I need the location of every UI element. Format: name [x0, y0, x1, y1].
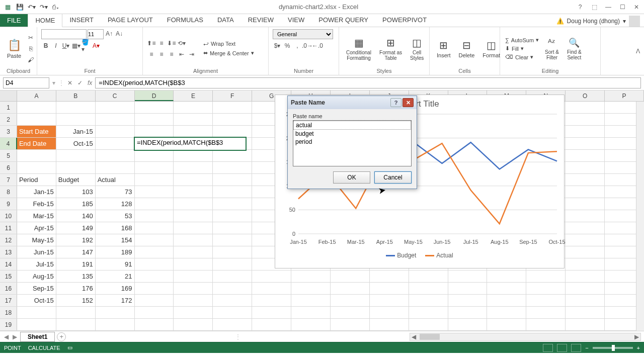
cell[interactable]: [135, 186, 174, 198]
name-list-item[interactable]: budget: [293, 130, 411, 138]
paste-name-list[interactable]: actualbudgetperiod: [293, 120, 412, 166]
cell[interactable]: 176: [56, 283, 96, 294]
cell[interactable]: [291, 319, 331, 330]
cell[interactable]: [252, 270, 291, 282]
cell[interactable]: 128: [96, 198, 135, 210]
cell[interactable]: [566, 162, 605, 173]
cell[interactable]: Jan-15: [56, 126, 96, 137]
cell[interactable]: [174, 283, 213, 294]
cell[interactable]: [448, 270, 488, 282]
cell[interactable]: [213, 150, 252, 161]
merge-center-button[interactable]: ⬌Merge & Center▾: [202, 49, 255, 57]
row-header[interactable]: 7: [0, 174, 17, 186]
cell[interactable]: [135, 258, 174, 270]
ok-button[interactable]: OK: [333, 171, 370, 184]
new-sheet-button[interactable]: +: [57, 332, 66, 341]
cell[interactable]: [96, 102, 135, 113]
collapse-ribbon-icon[interactable]: ᐱ: [632, 48, 644, 55]
maximize-icon[interactable]: ☐: [616, 2, 629, 12]
cell[interactable]: [135, 222, 174, 234]
cell[interactable]: 103: [56, 186, 96, 198]
cell[interactable]: [213, 210, 252, 222]
cell[interactable]: 192: [56, 234, 96, 246]
sort-filter-button[interactable]: ᴬᶻSort & Filter: [542, 36, 562, 61]
cell[interactable]: [174, 307, 213, 318]
cell[interactable]: [174, 126, 213, 137]
help-icon[interactable]: ?: [574, 2, 587, 12]
cell[interactable]: 73: [96, 186, 135, 198]
italic-icon[interactable]: I: [51, 41, 60, 50]
cell[interactable]: [487, 283, 526, 294]
cell[interactable]: [252, 295, 291, 306]
cell[interactable]: [135, 210, 174, 222]
paste-button[interactable]: 📋 Paste: [4, 38, 24, 60]
cell[interactable]: [174, 246, 213, 258]
cell[interactable]: [56, 162, 96, 173]
cell[interactable]: [370, 270, 409, 282]
cell[interactable]: [135, 270, 174, 282]
cell[interactable]: [448, 319, 488, 330]
row-header[interactable]: 13: [0, 246, 17, 258]
cell[interactable]: [291, 307, 331, 318]
fill-color-icon[interactable]: 🪣▾: [82, 41, 91, 50]
align-bottom-icon[interactable]: ⬇≡: [167, 39, 176, 48]
cell[interactable]: [17, 150, 56, 161]
view-pagebreak-icon[interactable]: [571, 344, 581, 352]
underline-icon[interactable]: U▾: [61, 41, 70, 50]
tab-data[interactable]: DATA: [210, 14, 241, 27]
cell[interactable]: [487, 295, 526, 306]
cell[interactable]: 149: [56, 222, 96, 234]
cell[interactable]: [174, 198, 213, 210]
dialog-close-icon[interactable]: ✕: [403, 98, 414, 107]
cell[interactable]: [174, 174, 213, 186]
tab-formulas[interactable]: FORMULAS: [160, 14, 210, 27]
cell-styles-button[interactable]: ◫Cell Styles: [407, 36, 427, 62]
cancel-button[interactable]: Cancel: [374, 171, 412, 184]
insert-cells-button[interactable]: ⊞Insert: [434, 38, 454, 59]
vertical-scrollbar[interactable]: [636, 102, 644, 331]
cell[interactable]: [213, 198, 252, 210]
cell[interactable]: [331, 307, 370, 318]
comma-icon[interactable]: ,: [293, 41, 302, 50]
cell[interactable]: [96, 150, 135, 161]
cell[interactable]: [566, 295, 605, 306]
view-layout-icon[interactable]: [557, 344, 567, 352]
column-header[interactable]: F: [213, 90, 252, 101]
user-dropdown-icon[interactable]: ▾: [623, 18, 626, 25]
cell[interactable]: [135, 198, 174, 210]
align-right-icon[interactable]: ≡: [167, 50, 176, 59]
cell[interactable]: [56, 102, 96, 113]
font-color-icon[interactable]: A▾: [92, 41, 101, 50]
cell[interactable]: [566, 246, 605, 258]
cell[interactable]: [566, 198, 605, 210]
close-icon[interactable]: ✕: [630, 2, 643, 12]
cell[interactable]: [135, 150, 174, 161]
row-header[interactable]: 11: [0, 222, 17, 234]
border-icon[interactable]: ▦▾: [71, 41, 80, 50]
row-header[interactable]: 14: [0, 258, 17, 270]
zoom-in-icon[interactable]: +: [637, 345, 640, 351]
row-header[interactable]: 17: [0, 295, 17, 306]
column-header[interactable]: A: [17, 90, 56, 101]
clear-button[interactable]: ⌫Clear▾: [504, 53, 540, 61]
align-left-icon[interactable]: ≡: [147, 50, 156, 59]
font-family-select[interactable]: [41, 29, 87, 39]
ribbon-options-icon[interactable]: ⬚: [588, 2, 601, 12]
cell[interactable]: Feb-15: [17, 198, 56, 210]
format-as-table-button[interactable]: ⊞Format as Table: [376, 36, 405, 62]
increase-font-icon[interactable]: A↑: [105, 29, 114, 38]
row-header[interactable]: 8: [0, 186, 17, 198]
format-painter-icon[interactable]: 🖌: [26, 55, 35, 64]
cell[interactable]: [291, 270, 331, 282]
currency-icon[interactable]: $▾: [273, 41, 282, 50]
cell[interactable]: [448, 283, 488, 294]
tab-view[interactable]: VIEW: [281, 14, 311, 27]
row-header[interactable]: 18: [0, 307, 17, 318]
cancel-formula-icon[interactable]: ✕: [67, 79, 72, 86]
column-header[interactable]: O: [566, 90, 605, 101]
tab-review[interactable]: REVIEW: [241, 14, 281, 27]
active-cell-editor[interactable]: =INDEX(period,MATCH($B$3: [135, 138, 246, 150]
cell[interactable]: 189: [96, 246, 135, 258]
decrease-decimal-icon[interactable]: ←.0: [313, 41, 322, 50]
font-size-select[interactable]: [88, 29, 104, 39]
